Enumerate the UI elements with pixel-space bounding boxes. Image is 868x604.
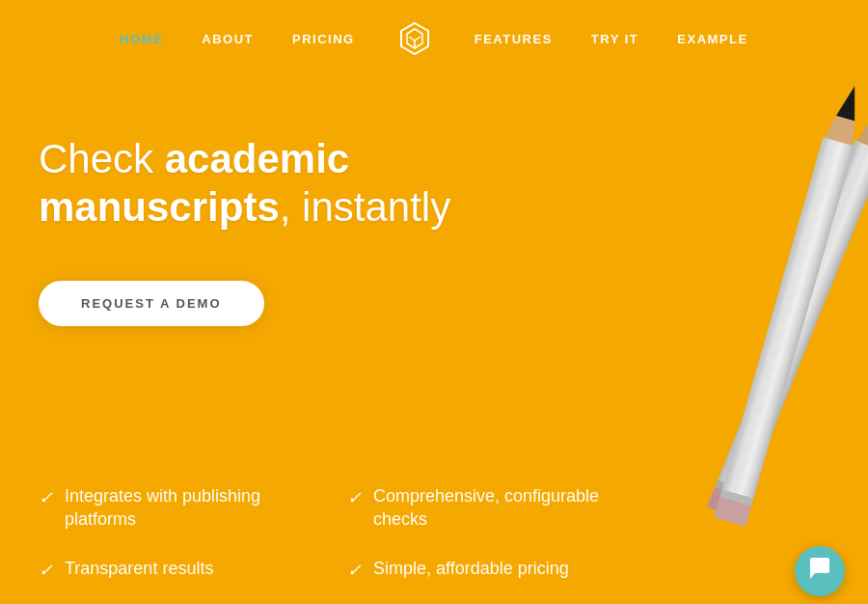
feature-integrates: ✓ Integrates with publishing platforms (39, 485, 289, 531)
svg-marker-6 (836, 83, 864, 121)
hero-content: Check academic manuscripts, instantly RE… (39, 135, 521, 374)
chat-button[interactable] (795, 546, 845, 596)
nav-home[interactable]: HOME (120, 32, 163, 46)
nav-logo[interactable] (393, 17, 436, 60)
feature-text-comprehensive: Comprehensive, configurable checks (373, 485, 617, 531)
feature-simple: ✓ Simple, affordable pricing (347, 558, 617, 581)
request-demo-button[interactable]: REQUEST A DEMO (39, 281, 264, 326)
chat-icon (807, 556, 832, 587)
check-icon-integrates: ✓ (39, 487, 53, 508)
title-suffix: , instantly (280, 184, 450, 230)
check-icon-simple: ✓ (347, 560, 362, 581)
check-icon-transparent: ✓ (39, 560, 53, 581)
features-list: ✓ Integrates with publishing platforms ✓… (39, 485, 617, 581)
nav-about[interactable]: ABOUT (202, 32, 254, 46)
feature-text-transparent: Transparent results (65, 558, 213, 580)
hero-section: Check academic manuscripts, instantly RE… (0, 77, 868, 604)
feature-transparent: ✓ Transparent results (39, 558, 289, 581)
check-icon-comprehensive: ✓ (347, 487, 362, 508)
nav-example[interactable]: EXAMPLE (677, 32, 747, 46)
feature-text-integrates: Integrates with publishing platforms (65, 485, 289, 531)
feature-comprehensive: ✓ Comprehensive, configurable checks (347, 485, 617, 531)
main-navigation: HOME ABOUT PRICING FEATURES TRY IT EXAMP… (0, 0, 868, 77)
title-prefix: Check (39, 136, 165, 181)
nav-pricing[interactable]: PRICING (292, 32, 355, 46)
feature-text-simple: Simple, affordable pricing (373, 558, 569, 580)
nav-try-it[interactable]: TRY IT (591, 32, 638, 46)
nav-features[interactable]: FEATURES (475, 32, 553, 46)
hero-title: Check academic manuscripts, instantly (39, 135, 521, 233)
